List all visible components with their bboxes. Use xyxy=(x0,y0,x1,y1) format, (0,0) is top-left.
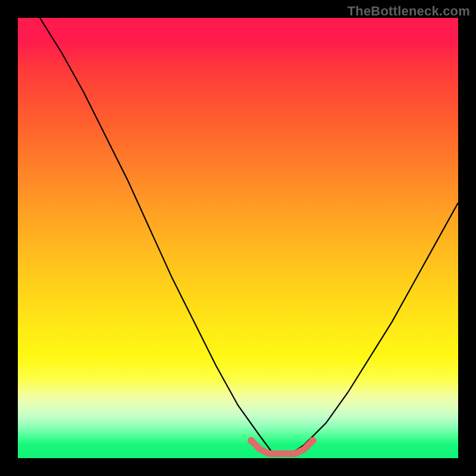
optimal-range-marker xyxy=(248,437,317,453)
chart-frame: TheBottleneck.com xyxy=(0,0,476,476)
plot-area xyxy=(18,18,458,458)
bottleneck-curve xyxy=(40,18,458,454)
bottleneck-curve-path xyxy=(40,18,458,454)
watermark-text: TheBottleneck.com xyxy=(347,4,470,19)
marker-end-dot xyxy=(309,437,317,444)
optimal-range-marker-path xyxy=(251,440,313,453)
marker-start-dot xyxy=(248,437,255,444)
curve-layer xyxy=(18,18,458,458)
